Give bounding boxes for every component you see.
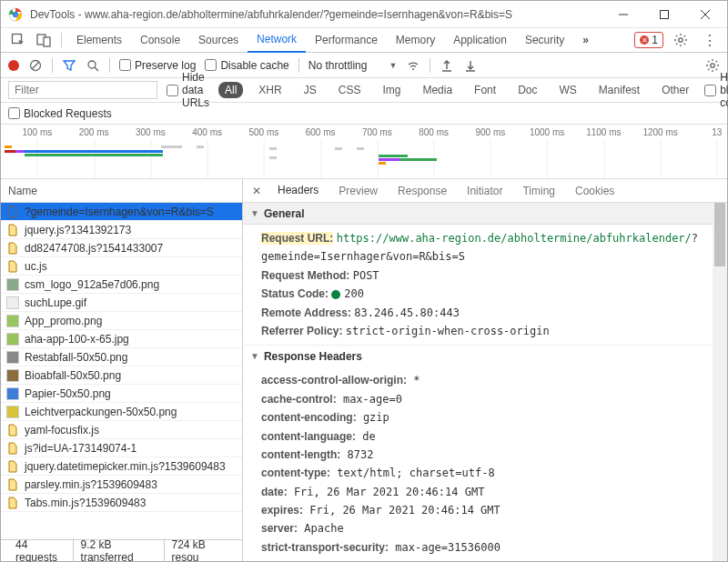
network-timeline[interactable]: 100 ms200 ms300 ms400 ms500 ms600 ms700 … xyxy=(1,125,727,179)
tab-sources[interactable]: Sources xyxy=(189,28,248,53)
request-row[interactable]: dd82474708.js?1541433007 xyxy=(1,239,242,257)
filter-css[interactable]: CSS xyxy=(332,82,368,98)
tab-elements[interactable]: Elements xyxy=(67,28,131,53)
request-row[interactable]: js?id=UA-173149074-1 xyxy=(1,439,242,457)
img-file-icon xyxy=(6,278,19,291)
preserve-log-checkbox[interactable]: Preserve log xyxy=(119,59,196,72)
request-name: jquery.datetimepicker.min.js?1539609483 xyxy=(25,460,226,473)
request-row[interactable]: Leichtverpackungen-50x50.png xyxy=(1,403,242,421)
header-value: 8732 xyxy=(340,448,373,461)
filter-font[interactable]: Font xyxy=(468,82,502,98)
svg-line-11 xyxy=(32,62,39,69)
tab-initiator[interactable]: Initiator xyxy=(458,179,511,203)
tab-security[interactable]: Security xyxy=(516,28,573,53)
img-file-icon xyxy=(6,369,19,382)
tab-preview[interactable]: Preview xyxy=(329,179,387,203)
clear-button[interactable] xyxy=(28,58,43,73)
request-name: js?id=UA-173149074-1 xyxy=(25,442,136,455)
request-name: uc.js xyxy=(25,260,47,273)
general-section-header[interactable]: ▼General xyxy=(243,203,727,225)
request-row[interactable]: aha-app-100-x-65.jpg xyxy=(1,330,242,348)
filter-media[interactable]: Media xyxy=(416,82,459,98)
request-row[interactable]: jquery.js?1341392173 xyxy=(1,221,242,239)
filter-doc[interactable]: Doc xyxy=(511,82,543,98)
svg-point-15 xyxy=(711,63,714,66)
header-key: content-encoding: xyxy=(261,411,357,424)
record-button[interactable] xyxy=(8,60,19,71)
disable-cache-checkbox[interactable]: Disable cache xyxy=(205,59,288,72)
devtools-main-toolbar: Elements Console Sources Network Perform… xyxy=(1,28,727,53)
filter-all[interactable]: All xyxy=(218,82,243,98)
close-button[interactable] xyxy=(684,1,725,27)
request-row[interactable]: jquery.datetimepicker.min.js?1539609483 xyxy=(1,457,242,476)
device-toggle-icon[interactable] xyxy=(32,29,56,51)
response-headers-section-header[interactable]: ▼Response Headers xyxy=(243,345,727,366)
settings-gear-icon[interactable] xyxy=(669,29,693,51)
panel-tabs: Elements Console Sources Network Perform… xyxy=(67,28,598,53)
tab-timing[interactable]: Timing xyxy=(513,179,564,203)
filter-manifest[interactable]: Manifest xyxy=(592,82,646,98)
tab-response[interactable]: Response xyxy=(389,179,456,203)
tab-memory[interactable]: Memory xyxy=(387,28,444,53)
response-header-row: content-type: text/html; charset=utf-8 xyxy=(261,464,718,482)
header-key: content-language: xyxy=(261,430,356,443)
tab-cookies[interactable]: Cookies xyxy=(566,179,623,203)
request-row[interactable]: csm_logo_912a5e7d06.png xyxy=(1,276,242,294)
upload-icon[interactable] xyxy=(440,58,454,73)
status-dot-icon xyxy=(331,290,340,299)
tab-application[interactable]: Application xyxy=(444,28,516,53)
request-row[interactable]: ?gemeinde=Isernhagen&von=R&bis=S xyxy=(1,203,242,221)
name-column-header[interactable]: Name xyxy=(1,179,242,203)
js-file-icon xyxy=(6,424,19,437)
request-row[interactable]: parsley.min.js?1539609483 xyxy=(1,476,242,494)
timeline-tick: 700 ms xyxy=(362,127,392,137)
more-tabs[interactable]: » xyxy=(573,28,598,53)
maximize-button[interactable] xyxy=(643,1,684,27)
request-row[interactable]: Restabfall-50x50.png xyxy=(1,348,242,366)
request-row[interactable]: Bioabfall-50x50.png xyxy=(1,366,242,385)
wifi-icon[interactable] xyxy=(406,58,420,73)
remote-address-value: 83.246.45.80:443 xyxy=(354,306,460,319)
request-list[interactable]: ?gemeinde=Isernhagen&von=R&bis=Sjquery.j… xyxy=(1,203,242,539)
filter-ws[interactable]: WS xyxy=(552,82,582,98)
minimize-button[interactable] xyxy=(602,1,643,27)
inspect-element-icon[interactable] xyxy=(6,29,30,51)
request-row[interactable]: App_promo.png xyxy=(1,312,242,330)
filter-input[interactable] xyxy=(8,81,157,99)
request-row[interactable]: uc.js xyxy=(1,257,242,276)
timeline-tick: 13 xyxy=(712,127,722,137)
js-file-icon xyxy=(6,497,19,509)
detail-scrollbar[interactable] xyxy=(713,203,727,561)
filter-other[interactable]: Other xyxy=(655,82,695,98)
filter-icon[interactable] xyxy=(62,58,76,73)
header-key: content-length: xyxy=(261,448,340,461)
filter-xhr[interactable]: XHR xyxy=(252,82,288,98)
search-icon[interactable] xyxy=(86,58,100,73)
tab-console[interactable]: Console xyxy=(131,28,189,53)
request-row[interactable]: Tabs.min.js?1539609483 xyxy=(1,494,242,512)
request-name: Tabs.min.js?1539609483 xyxy=(25,497,146,509)
referrer-policy-value: strict-origin-when-cross-origin xyxy=(346,325,550,337)
window-titlebar: DevTools - www.aha-region.de/abholtermin… xyxy=(1,1,727,28)
img-file-icon xyxy=(6,333,19,346)
timeline-tick: 300 ms xyxy=(136,127,166,137)
close-detail-icon[interactable]: ✕ xyxy=(247,185,267,197)
filter-js[interactable]: JS xyxy=(298,82,323,98)
response-header-row: access-control-allow-origin: * xyxy=(261,371,718,389)
request-row[interactable]: yaml-focusfix.js xyxy=(1,421,242,439)
svg-line-13 xyxy=(95,67,98,71)
tab-network[interactable]: Network xyxy=(248,28,306,53)
throttling-select[interactable]: No throttling▼ xyxy=(308,59,398,72)
more-menu-icon[interactable]: ⋮ xyxy=(698,29,722,51)
request-row[interactable]: suchLupe.gif xyxy=(1,294,242,312)
response-header-row: cache-control: max-age=0 xyxy=(261,390,718,408)
download-icon[interactable] xyxy=(463,58,478,73)
error-badge[interactable]: ✕1 xyxy=(634,32,663,48)
tab-performance[interactable]: Performance xyxy=(306,28,387,53)
tab-headers[interactable]: Headers xyxy=(268,179,328,203)
filter-img[interactable]: Img xyxy=(376,82,407,98)
blocked-requests-checkbox[interactable]: Blocked Requests xyxy=(8,107,112,120)
timeline-tick: 900 ms xyxy=(475,127,505,137)
svg-rect-8 xyxy=(44,37,50,46)
request-row[interactable]: Papier-50x50.png xyxy=(1,385,242,403)
